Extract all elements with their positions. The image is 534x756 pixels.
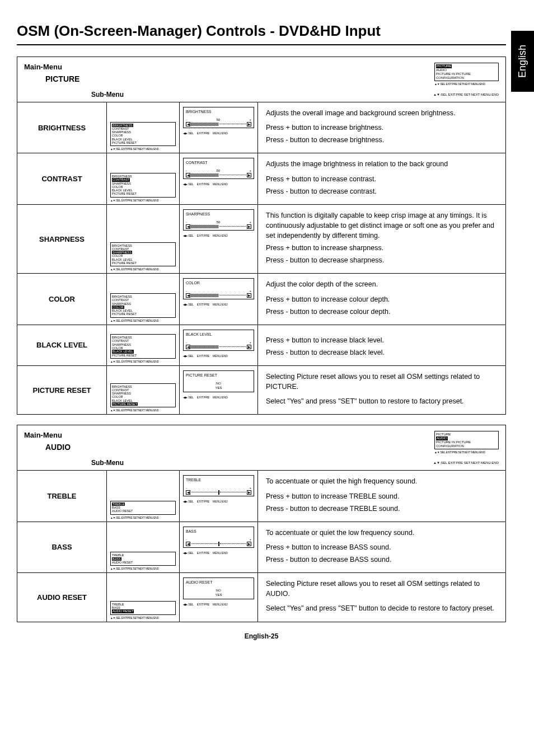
page-footer: English-25 (17, 632, 506, 640)
nav-hint: ▲▼:SEL EXIT:PRE SET:NEXT MENU:END (434, 450, 499, 454)
setting-row: TREBLETREBLEBASSAUDIO RESET▲▼:SEL EXIT:P… (17, 470, 505, 521)
right-arrow-icon: ▶ (247, 345, 251, 349)
nav-hint: ▲▼:SEL EXIT:PRE SET:NEXT MENU:END (110, 360, 176, 363)
setting-description: Adjusts the image brightness in relation… (258, 153, 505, 204)
right-arrow-icon: ▶ (247, 122, 251, 126)
nav-hint: ▲▼:SEL EXIT:PRE SET:NEXT MENU:END (110, 516, 176, 519)
setting-row: BLACK LEVELBRIGHTNESSCONTRASTSHARPNESSCO… (17, 325, 505, 365)
setting-description: To accentuate or quiet the low frequency… (258, 522, 505, 572)
left-arrow-icon: ◀ (186, 490, 190, 495)
sub-menu-label: Sub-Menu (91, 459, 124, 467)
setting-row: BASSTREBLEBASSAUDIO RESET▲▼:SEL EXIT:PRE… (17, 522, 505, 572)
main-menu-label: Main-Menu (24, 431, 214, 439)
nav-hint: ▲▼:SEL EXIT:PRE SET:NEXT MENU:END (110, 617, 176, 619)
language-tab: English (511, 31, 534, 92)
slider-thumbnail: COLOR-+◀▶ (183, 278, 254, 299)
sub-menu-thumbnail: BRIGHTNESSCONTRASTSHARPNESSCOLORBLACK LE… (110, 334, 176, 359)
sub-menu-thumbnail: BRIGHTNESSCONTRASTSHARPNESSCOLORBLACK LE… (110, 173, 176, 198)
right-arrow-icon: ▶ (247, 490, 251, 495)
right-arrow-icon: ▶ (247, 542, 251, 546)
setting-name: COLOR (17, 274, 107, 324)
setting-name: AUDIO RESET (17, 573, 107, 621)
setting-name: SHARPNESS (17, 205, 107, 274)
setting-name: BRIGHTNESS (17, 102, 107, 153)
nav-hint: ▲▼:SEL EXIT:PRE SET:NEXT MENU:END (433, 461, 499, 464)
top-menu-thumbnail: PICTUREAUDIOPICTURE IN PICTURECONFIGURAT… (434, 431, 499, 449)
right-arrow-icon: ▶ (247, 293, 251, 298)
setting-row: SHARPNESSBRIGHTNESSCONTRASTSHARPNESSCOLO… (17, 204, 505, 274)
setting-name: BLACK LEVEL (17, 325, 107, 365)
setting-row: COLORBRIGHTNESSCONTRASTSHARPNESSCOLORBLA… (17, 273, 505, 324)
setting-description: This function is digitally capable to ke… (258, 205, 505, 274)
slider-nav-hint: ◀▶:SELEXIT:PREMENU:END (183, 396, 254, 399)
left-arrow-icon: ◀ (186, 293, 190, 298)
setting-name: TREBLE (17, 471, 107, 521)
main-menu-title: PICTURE (24, 74, 214, 83)
main-menu-label: Main-Menu (24, 63, 214, 71)
nav-hint: ▲▼:SEL EXIT:PRE SET:NEXT MENU:END (110, 567, 176, 570)
sub-menu-label: Sub-Menu (91, 91, 124, 98)
setting-description: Press + button to increase black level.P… (258, 325, 505, 365)
sub-menu-thumbnail: TREBLEBASSAUDIO RESET (110, 552, 176, 566)
left-arrow-icon: ◀ (186, 345, 190, 349)
setting-row: PICTURE RESETBRIGHTNESSCONTRASTSHARPNESS… (17, 365, 505, 414)
setting-name: BASS (17, 522, 107, 572)
setting-description: To accentuate or quiet the high frequenc… (258, 471, 505, 521)
slider-nav-hint: ◀▶:SELEXIT:PREMENU:END (183, 234, 254, 237)
setting-name: PICTURE RESET (17, 366, 107, 414)
nav-hint: ▲▼:SEL EXIT:PRE SET:NEXT MENU:END (110, 148, 176, 151)
slider-thumbnail: BASS-+◀▶ (183, 527, 254, 548)
sub-menu-thumbnail: TREBLEBASSAUDIO RESET (110, 601, 176, 615)
title-separator (17, 44, 506, 45)
sub-menu-thumbnail: BRIGHTNESSCONTRASTSHARPNESSCOLORBLACK LE… (110, 242, 176, 267)
section-picture: Main-MenuPICTUREPICTUREAUDIOPICTURE IN P… (17, 57, 506, 415)
nav-hint: ▲▼:SEL EXIT:PRE SET:NEXT MENU:END (434, 82, 499, 86)
left-arrow-icon: ◀ (186, 542, 190, 546)
top-menu-thumbnail: PICTUREAUDIOPICTURE IN PICTURECONFIGURAT… (434, 63, 499, 81)
slider-nav-hint: ◀▶:SELEXIT:PREMENU:END (183, 182, 254, 186)
nav-hint: ▲▼:SEL EXIT:PRE SET:NEXT MENU:END (110, 199, 176, 202)
left-arrow-icon: ◀ (186, 224, 190, 229)
right-arrow-icon: ▶ (247, 173, 251, 177)
slider-nav-hint: ◀▶:SELEXIT:PREMENU:END (183, 500, 254, 503)
right-arrow-icon: ▶ (247, 224, 251, 229)
left-arrow-icon: ◀ (186, 122, 190, 126)
sub-menu-thumbnail: BRIGHTNESSCONTRASTSHARPNESSCOLORBLACK LE… (110, 383, 176, 408)
nav-hint: ▲▼:SEL EXIT:PRE SET:NEXT MENU:END (110, 409, 176, 412)
main-menu-title: AUDIO (24, 443, 214, 452)
slider-thumbnail: TREBLE-+◀▶ (183, 475, 254, 496)
setting-description: Selecting Picture reset allows you to re… (258, 366, 505, 414)
setting-row: AUDIO RESETTREBLEBASSAUDIO RESET▲▼:SEL E… (17, 572, 505, 621)
slider-thumbnail: SHARPNESS-50+◀▶ (183, 209, 254, 231)
nav-hint: ▲▼:SEL EXIT:PRE SET:NEXT MENU:END (433, 93, 499, 96)
slider-thumbnail: CONTRAST-50+◀▶ (183, 158, 254, 179)
sub-menu-thumbnail: BRIGHTNESSCONTRASTSHARPNESSCOLORBLACK LE… (110, 122, 176, 147)
page-title: OSM (On-Screen-Manager) Controls - DVD&H… (17, 22, 506, 40)
slider-nav-hint: ◀▶:SELEXIT:PREMENU:END (183, 303, 254, 306)
slider-nav-hint: ◀▶:SELEXIT:PREMENU:END (183, 354, 254, 358)
setting-row: BRIGHTNESSBRIGHTNESSCONTRASTSHARPNESSCOL… (17, 102, 505, 153)
section-audio: Main-MenuAUDIOPICTUREAUDIOPICTURE IN PIC… (17, 425, 506, 622)
nav-hint: ▲▼:SEL EXIT:PRE SET:NEXT MENU:END (110, 268, 176, 271)
setting-row: CONTRASTBRIGHTNESSCONTRASTSHARPNESSCOLOR… (17, 153, 505, 204)
slider-nav-hint: ◀▶:SELEXIT:PREMENU:END (183, 603, 254, 606)
left-arrow-icon: ◀ (186, 173, 190, 177)
slider-nav-hint: ◀▶:SELEXIT:PREMENU:END (183, 132, 254, 135)
slider-thumbnail: AUDIO RESETNOYES (183, 577, 254, 599)
sub-menu-thumbnail: TREBLEBASSAUDIO RESET (110, 501, 176, 515)
setting-name: CONTRAST (17, 153, 107, 204)
sub-menu-thumbnail: BRIGHTNESSCONTRASTSHARPNESSCOLORBLACK LE… (110, 293, 176, 318)
setting-description: Adjusts the overall image and background… (258, 102, 505, 153)
slider-thumbnail: BLACK LEVEL-+◀▶ (183, 330, 254, 351)
slider-nav-hint: ◀▶:SELEXIT:PREMENU:END (183, 551, 254, 555)
slider-thumbnail: BRIGHTNESS-50+◀▶ (183, 107, 254, 128)
nav-hint: ▲▼:SEL EXIT:PRE SET:NEXT MENU:END (110, 320, 176, 322)
setting-description: Adjust the color depth of the screen.Pre… (258, 274, 505, 324)
setting-description: Selecting Picture reset allows you to re… (258, 573, 505, 621)
slider-thumbnail: PICTURE RESETNOYES (183, 370, 254, 392)
